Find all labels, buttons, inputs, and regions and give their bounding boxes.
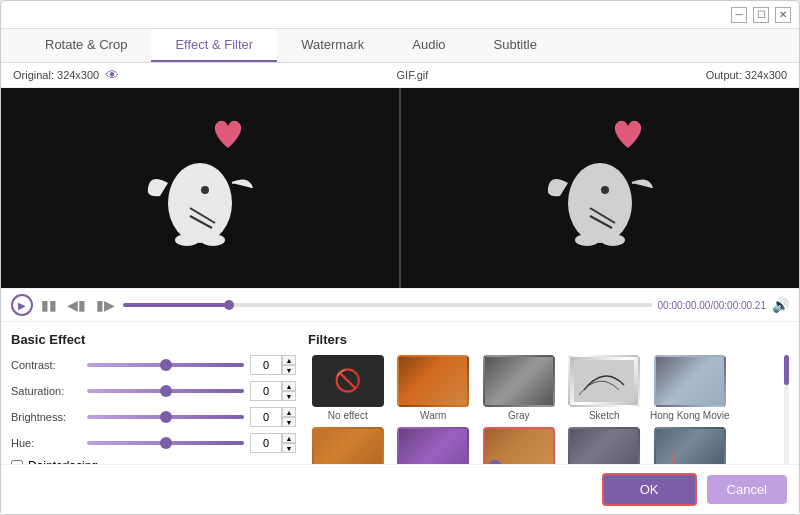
filter-gray-label: Gray [508,410,530,421]
contrast-label: Contrast: [11,359,81,371]
volume-icon[interactable]: 🔊 [772,297,789,313]
arrow-indicator: ↓ [669,445,679,468]
filters-scrollbar[interactable] [784,355,789,464]
preview-image-right [401,88,799,288]
progress-thumb[interactable] [224,300,234,310]
tab-effect-filter[interactable]: Effect & Filter [151,29,277,62]
filter-current[interactable]: ✓ Current Plain [479,427,559,464]
close-button[interactable]: ✕ [775,7,791,23]
tabs-bar: Rotate & Crop Effect & Filter Watermark … [1,29,799,63]
filter-purple[interactable]: Purple [394,427,474,464]
filter-warm-thumb [397,355,469,407]
contrast-up[interactable]: ▲ [282,355,296,365]
brightness-row: Brightness: ▲ ▼ [11,407,296,427]
cancel-button[interactable]: Cancel [707,475,787,504]
filter-current-thumb: ✓ [483,427,555,464]
bottom-bar: ↓ OK Cancel [1,464,799,514]
tab-audio[interactable]: Audio [388,29,469,62]
original-info: Original: 324x300 👁 [13,67,119,83]
no-effect-inner: 🚫 [314,357,382,405]
saturation-label: Saturation: [11,385,81,397]
filter-sketch-thumb [568,355,640,407]
output-size-label: Output: 324x300 [706,69,787,81]
contrast-value-group: ▲ ▼ [250,355,296,375]
filter-stars[interactable]: Stars [650,427,730,464]
eye-icon[interactable]: 👁 [105,67,119,83]
maximize-button[interactable]: ☐ [753,7,769,23]
no-effect-icon: 🚫 [334,368,361,394]
title-bar-controls: ─ ☐ ✕ [731,7,791,23]
svg-point-10 [575,234,599,246]
play-button[interactable]: ▶ [11,294,33,316]
info-bar: Original: 324x300 👁 GIF.gif Output: 324x… [1,63,799,88]
svg-point-4 [175,234,199,246]
saturation-thumb[interactable] [160,385,172,397]
saturation-row: Saturation: ▲ ▼ [11,381,296,401]
prev-button[interactable]: ◀▮ [65,297,88,313]
brightness-label: Brightness: [11,411,81,423]
progress-fill [123,303,229,307]
hue-thumb[interactable] [160,437,172,449]
brightness-value-group: ▲ ▼ [250,407,296,427]
preview-pane-left [1,88,399,288]
basic-effect-title: Basic Effect [11,332,296,347]
filter-hongkong[interactable]: Hong Kong Movie [650,355,730,421]
preview-image-left [1,88,399,288]
brightness-slider[interactable] [87,415,244,419]
preview-area [1,88,799,288]
filters-title: Filters [308,332,789,347]
hue-spinners: ▲ ▼ [282,433,296,453]
filter-stars-thumb [654,427,726,464]
playback-bar: ▶ ▮▮ ◀▮ ▮▶ 00:00:00.00/00:00:00.21 🔊 [1,288,799,322]
hue-input[interactable] [250,433,282,453]
tab-subtitle[interactable]: Subtitle [470,29,561,62]
contrast-thumb[interactable] [160,359,172,371]
time-display: 00:00:00.00/00:00:00.21 [658,300,766,311]
brightness-input[interactable] [250,407,282,427]
filter-hongkong-thumb [654,355,726,407]
brightness-up[interactable]: ▲ [282,407,296,417]
tab-watermark[interactable]: Watermark [277,29,388,62]
minimize-button[interactable]: ─ [731,7,747,23]
contrast-down[interactable]: ▼ [282,365,296,375]
brightness-down[interactable]: ▼ [282,417,296,427]
hue-value-group: ▲ ▼ [250,433,296,453]
hue-row: Hue: ▲ ▼ [11,433,296,453]
saturation-input[interactable] [250,381,282,401]
preview-pane-right [401,88,799,288]
filter-no-effect-label: No effect [328,410,368,421]
filter-sketch[interactable]: Sketch [565,355,645,421]
filter-gray-thumb [483,355,555,407]
contrast-slider[interactable] [87,363,244,367]
contrast-row: Contrast: ▲ ▼ [11,355,296,375]
bottom-section: Basic Effect Contrast: ▲ ▼ Saturation [1,322,799,464]
stop-button[interactable]: ▮▮ [39,297,59,313]
filters-scroll-thumb[interactable] [784,355,789,385]
filter-sketch-label: Sketch [589,410,620,421]
saturation-slider[interactable] [87,389,244,393]
saturation-down[interactable]: ▼ [282,391,296,401]
filter-coordinates[interactable]: Coordinates [565,427,645,464]
filter-no-effect[interactable]: 🚫 No effect [308,355,388,421]
next-button[interactable]: ▮▶ [94,297,117,313]
hue-down[interactable]: ▼ [282,443,296,453]
filter-orange-dots[interactable]: Orange Dots [308,427,388,464]
svg-point-3 [201,186,209,194]
main-window: ─ ☐ ✕ Rotate & Crop Effect & Filter Wate… [0,0,800,515]
filters-section: Filters 🚫 No effect [308,332,789,454]
hue-up[interactable]: ▲ [282,433,296,443]
brightness-thumb[interactable] [160,411,172,423]
filename-label: GIF.gif [397,69,429,81]
tab-rotate-crop[interactable]: Rotate & Crop [21,29,151,62]
filter-warm[interactable]: Warm [394,355,474,421]
hue-slider[interactable] [87,441,244,445]
basic-effect-panel: Basic Effect Contrast: ▲ ▼ Saturation [11,332,296,454]
svg-point-11 [601,234,625,246]
progress-bar[interactable] [123,303,652,307]
filter-gray[interactable]: Gray [479,355,559,421]
saturation-value-group: ▲ ▼ [250,381,296,401]
saturation-up[interactable]: ▲ [282,381,296,391]
svg-point-9 [601,186,609,194]
ok-button[interactable]: OK [602,473,697,506]
contrast-input[interactable] [250,355,282,375]
